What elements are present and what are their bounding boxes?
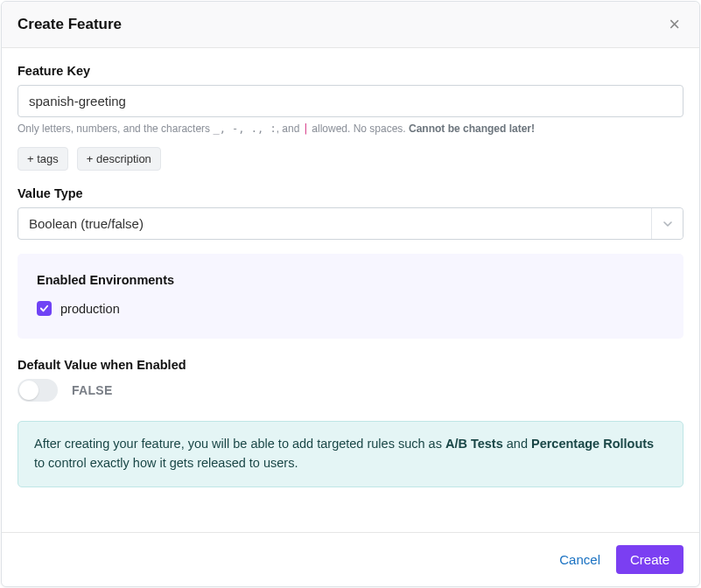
default-value-section: Default Value when Enabled FALSE <box>18 358 683 402</box>
help-text-part: , and <box>277 122 303 135</box>
toggle-knob <box>19 381 39 400</box>
default-value-toggle-row: FALSE <box>18 379 683 402</box>
environment-row: production <box>37 301 664 316</box>
modal-header: Create Feature × <box>2 2 699 48</box>
help-strong: Cannot be changed later! <box>409 122 535 135</box>
info-text-part: to control exactly how it gets released … <box>34 456 298 470</box>
info-ab-tests: A/B Tests <box>445 437 503 451</box>
feature-key-label: Feature Key <box>18 64 683 78</box>
info-percentage-rollouts: Percentage Rollouts <box>531 437 654 451</box>
help-text-part: allowed. No spaces. <box>309 122 409 135</box>
meta-pill-row: + tags + description <box>18 147 683 171</box>
add-description-button[interactable]: + description <box>77 147 161 171</box>
info-text-part: and <box>503 437 531 451</box>
help-text-part: Only letters, numbers, and the character… <box>18 122 213 135</box>
environment-label: production <box>60 302 120 316</box>
default-value-toggle[interactable] <box>18 379 58 402</box>
enabled-environments-title: Enabled Environments <box>37 273 664 287</box>
modal-title: Create Feature <box>18 16 122 33</box>
chevron-down-icon <box>651 208 683 239</box>
add-tags-button[interactable]: + tags <box>18 147 68 171</box>
modal-body: Feature Key Only letters, numbers, and t… <box>2 48 699 532</box>
help-pipe: | <box>303 122 309 135</box>
default-value-state: FALSE <box>72 383 113 397</box>
enabled-environments-panel: Enabled Environments production <box>18 254 683 339</box>
environment-checkbox-production[interactable] <box>37 301 52 316</box>
check-icon <box>39 304 49 313</box>
value-type-label: Value Type <box>18 186 683 200</box>
info-text-part: After creating your feature, you will be… <box>34 437 445 451</box>
modal-footer: Cancel Create <box>2 532 699 586</box>
default-value-label: Default Value when Enabled <box>18 358 683 372</box>
info-callout: After creating your feature, you will be… <box>18 421 683 487</box>
feature-key-input[interactable] <box>18 85 683 117</box>
close-button[interactable]: × <box>665 15 683 34</box>
value-type-selected: Boolean (true/false) <box>29 216 144 231</box>
create-button[interactable]: Create <box>616 545 683 574</box>
feature-key-help: Only letters, numbers, and the character… <box>18 122 683 135</box>
value-type-select[interactable]: Boolean (true/false) <box>18 207 683 240</box>
close-icon: × <box>669 13 680 35</box>
create-feature-modal: Create Feature × Feature Key Only letter… <box>1 1 700 587</box>
help-chars: _, -, ., : <box>213 122 276 135</box>
cancel-button[interactable]: Cancel <box>559 552 600 567</box>
